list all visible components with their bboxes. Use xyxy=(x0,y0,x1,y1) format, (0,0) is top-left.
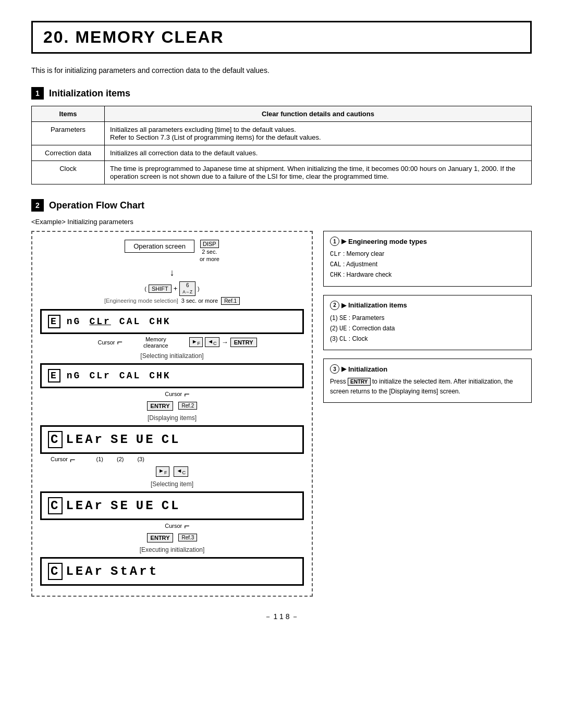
page-footer: － 1 1 8 － xyxy=(31,612,532,622)
ref3-title: 3 ▶ Initialization xyxy=(330,364,525,374)
op-screen-box: Operation screen xyxy=(125,240,194,253)
shift-key: SHIFT xyxy=(149,285,172,293)
exec-init-label: [Executing initialization] xyxy=(140,546,205,553)
ref1-badge: Ref.1 xyxy=(221,297,240,305)
ref3-content: Press ENTRY to initialize the selected i… xyxy=(330,377,525,397)
entry-btn-3: ENTRY xyxy=(147,533,174,542)
arrow-f-btn: ►F xyxy=(189,337,203,347)
table-row: Parameters Initializes all parameters ex… xyxy=(32,122,532,145)
disp-note: 2 sec.or more xyxy=(200,248,219,263)
section1-title: Initialization items xyxy=(49,88,130,99)
lcd2-display: E nG CLr CAL CHK xyxy=(40,363,304,388)
intro-text: This is for initializing parameters and … xyxy=(31,66,532,75)
detail-clock: The time is preprogrammed to Japanese ti… xyxy=(105,161,532,184)
item-clock: Clock xyxy=(32,161,105,184)
arrow-c2-btn: ◄C xyxy=(174,466,188,476)
ref3-badge: Ref.3 xyxy=(178,534,197,541)
reference2-box: 2 ▶ Initialization items (1) SE : Parame… xyxy=(323,295,532,351)
reference1-box: 1 ▶ Engineering mode types CLr : Memory … xyxy=(323,231,532,287)
flow-diagram: Operation screen DISP 2 sec.or more ↓ ( … xyxy=(31,231,313,597)
disp-btn: DISP xyxy=(200,240,219,248)
flow-chart-container: Operation screen DISP 2 sec.or more ↓ ( … xyxy=(31,231,532,597)
lcd5-display: C LEAr StArt xyxy=(40,557,304,586)
ref2-content: (1) SE : Parameters (2) UE : Correction … xyxy=(330,313,525,345)
ref1-content: CLr : Memory clear CAL : Adjustment CHK … xyxy=(330,249,525,281)
cursor-mem-row: Cursor ⌐ Memoryclearance ►F ◄C → ENTRY xyxy=(87,336,256,349)
display-items-label: [Displaying items] xyxy=(148,414,197,422)
ref2-badge: Ref.2 xyxy=(178,402,197,410)
example-text: <Example> Initializing parameters xyxy=(31,218,532,226)
section2-number: 2 xyxy=(31,199,44,212)
lcd3-display: C LEAr SE UE CL xyxy=(40,425,304,454)
select-item-label: [Selecting item] xyxy=(151,480,193,488)
table-row: Correction data Initializes all correcti… xyxy=(32,145,532,161)
key-combo-row: ( SHIFT + 6A～Z ) xyxy=(144,281,199,296)
references-col: 1 ▶ Engineering mode types CLr : Memory … xyxy=(323,231,532,403)
key-6az: 6A～Z xyxy=(179,281,195,296)
plus-sign: + xyxy=(174,285,178,292)
table-row: Clock The time is preprogrammed to Japan… xyxy=(32,161,532,184)
sec-note-row: [Engineering mode selection] 3 sec. or m… xyxy=(104,297,240,305)
arrow-entry-row: ►F ◄C → ENTRY xyxy=(189,336,257,349)
arrow-keys-row: ►F ◄C xyxy=(156,466,188,476)
section1-header: 1 Initialization items xyxy=(31,87,532,100)
entry-ref3-row: ENTRY Ref.3 xyxy=(147,533,198,542)
ref1-title: 1 ▶ Engineering mode types xyxy=(330,237,525,246)
section2-title: Operation Flow Chart xyxy=(49,200,144,211)
table-header-items: Items xyxy=(32,106,105,122)
item-parameters: Parameters xyxy=(32,122,105,145)
arrow-f2-btn: ►F xyxy=(156,466,169,476)
detail-correction: Initializes all correction data to the d… xyxy=(105,145,532,161)
item-correction: Correction data xyxy=(32,145,105,161)
init-table: Items Clear function details and caution… xyxy=(31,106,532,184)
detail-parameters: Initializes all parameters excluding [ti… xyxy=(105,122,532,145)
arrow-c-btn: ◄C xyxy=(205,337,219,347)
section1-number: 1 xyxy=(31,87,44,100)
reference3-box: 3 ▶ Initialization Press ENTRY to initia… xyxy=(323,359,532,402)
op-screen-row: Operation screen DISP 2 sec.or more xyxy=(40,240,304,263)
entry-ref2-row: ENTRY Ref.2 xyxy=(147,401,198,411)
lcd4-display: C LEAr SE UE CL xyxy=(40,491,304,520)
table-header-details: Clear function details and cautions xyxy=(105,106,532,122)
page-title: 20. MEMORY CLEAR xyxy=(43,28,224,46)
entry-btn-2: ENTRY xyxy=(147,401,174,411)
ref2-title: 2 ▶ Initialization items xyxy=(330,301,525,310)
lcd1-display: E nG CLr CAL CHK xyxy=(40,309,304,334)
entry-btn-1: ENTRY xyxy=(230,338,257,347)
select-init-label: [Selecting initialization] xyxy=(140,352,203,360)
page-title-box: 20. MEMORY CLEAR xyxy=(31,21,532,54)
section2-header: 2 Operation Flow Chart xyxy=(31,199,532,212)
